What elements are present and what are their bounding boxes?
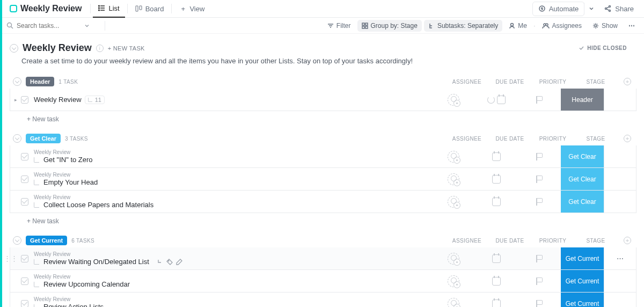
collapse-group-button[interactable] [13, 77, 21, 86]
stage-pill[interactable]: Get Current [26, 236, 67, 245]
task-row[interactable]: ○⋮⋮ ▸ Weekly Review Review Action Lists … [10, 293, 636, 307]
due-date-cell[interactable] [475, 270, 518, 292]
assignee-avatar[interactable] [448, 151, 459, 163]
stage-cell[interactable]: Get Clear [561, 168, 604, 190]
col-stage: STAGE [574, 79, 617, 85]
complete-checkbox[interactable] [21, 277, 28, 285]
complete-checkbox[interactable] [21, 153, 28, 160]
hide-closed-button[interactable]: HIDE CLOSED [579, 45, 636, 51]
tab-board-label: Board [145, 5, 164, 13]
task-row[interactable]: ○⋮⋮ ▸ Weekly Review 11 Header [10, 89, 636, 111]
priority-cell[interactable] [518, 293, 561, 307]
add-column-button[interactable]: + [624, 135, 631, 142]
edit-icon[interactable] [176, 259, 182, 265]
task-row[interactable]: ○⋮⋮ ▸ Weekly Review Collect Loose Papers… [10, 191, 636, 213]
task-name: Get "IN" to Zero [43, 156, 93, 164]
due-date-cell[interactable] [475, 89, 518, 111]
tab-list[interactable]: List [93, 0, 125, 18]
subtask-icon [34, 282, 39, 287]
priority-cell[interactable] [518, 247, 561, 269]
assignee-cell[interactable] [432, 247, 475, 269]
add-column-button[interactable]: + [624, 78, 631, 85]
due-date-cell[interactable] [475, 145, 518, 167]
complete-checkbox[interactable] [21, 176, 28, 183]
stage-cell[interactable]: Header [561, 89, 604, 111]
assignee-cell[interactable] [432, 145, 475, 167]
assignee-avatar[interactable] [448, 196, 459, 208]
task-row[interactable]: ○⋮⋮ ▸ Weekly Review Empty Your Head Get … [10, 168, 636, 191]
stage-cell[interactable]: Get Current [561, 247, 604, 269]
show-button[interactable]: Show [588, 20, 622, 32]
calendar-icon [492, 299, 501, 308]
stage-cell[interactable]: Get Clear [561, 191, 604, 213]
assignee-cell[interactable] [432, 293, 475, 307]
add-task-button[interactable]: + New task [10, 213, 636, 227]
priority-cell[interactable] [518, 89, 561, 111]
add-task-button[interactable]: + New task [10, 111, 636, 125]
automate-button[interactable]: Automate [532, 2, 585, 16]
stage-pill[interactable]: Get Clear [26, 134, 61, 143]
stage-pill[interactable]: Header [26, 77, 54, 86]
assignees-button[interactable]: Assignees [538, 20, 586, 32]
assignee-cell[interactable] [432, 168, 475, 190]
tab-add-view[interactable]: + View [174, 0, 210, 18]
row-more-button[interactable]: ⋯ [617, 254, 624, 262]
priority-cell[interactable] [518, 145, 561, 167]
more-button[interactable]: ⋯ [624, 20, 640, 32]
complete-checkbox[interactable] [21, 255, 28, 262]
tab-board[interactable]: Board [130, 0, 170, 18]
calendar-icon [497, 96, 506, 104]
tag-icon[interactable] [166, 259, 173, 265]
due-date-cell[interactable] [475, 293, 518, 307]
collapse-group-button[interactable] [13, 236, 21, 245]
automate-dropdown[interactable] [584, 3, 598, 14]
stage-cell[interactable]: Get Clear [561, 145, 604, 167]
due-date-cell[interactable] [475, 191, 518, 213]
stage-cell[interactable]: Get Current [561, 270, 604, 292]
complete-checkbox[interactable] [21, 198, 28, 206]
assignee-avatar[interactable] [448, 253, 459, 265]
share-button[interactable]: Share [598, 2, 640, 16]
subtask-count[interactable]: 11 [85, 96, 105, 104]
task-row[interactable]: ○⋮⋮ ▸ Weekly Review Review Upcoming Cale… [10, 270, 636, 293]
filter-button[interactable]: Filter [323, 20, 355, 32]
automate-label: Automate [549, 5, 579, 13]
complete-checkbox[interactable] [21, 300, 28, 308]
assignee-avatar[interactable] [448, 275, 459, 287]
assignee-cell[interactable] [432, 270, 475, 292]
group-by-button[interactable]: Group by: Stage [357, 20, 422, 32]
search-box[interactable] [6, 22, 100, 30]
new-task-button[interactable]: + NEW TASK [108, 45, 145, 52]
task-row[interactable]: ○⋮⋮ ▸ Weekly Review Get "IN" to Zero Get… [10, 145, 636, 168]
task-row[interactable]: ○⋮⋮ ▸ Weekly Review Review Waiting On/De… [10, 247, 636, 270]
search-input[interactable] [17, 22, 81, 30]
collapse-list-button[interactable] [10, 44, 18, 53]
toolbar: Filter Group by: Stage Subtasks: Separat… [2, 18, 644, 34]
me-button[interactable]: Me [504, 20, 531, 32]
stage-cell[interactable]: Get Current [561, 293, 604, 307]
collapse-group-button[interactable] [13, 134, 21, 143]
subtasks-button[interactable]: Subtasks: Separately [424, 20, 502, 32]
due-date-cell[interactable] [475, 168, 518, 190]
priority-cell[interactable] [518, 168, 561, 190]
assignee-cell[interactable] [432, 191, 475, 213]
chevron-down-icon[interactable] [84, 23, 90, 28]
add-column-button[interactable]: + [624, 237, 631, 244]
assignee-avatar[interactable] [448, 298, 459, 308]
assignee-cell[interactable] [432, 89, 475, 111]
svg-line-12 [607, 7, 609, 8]
priority-cell[interactable] [518, 270, 561, 292]
subtask-icon [34, 259, 39, 265]
assignee-avatar[interactable] [448, 173, 459, 185]
subtask-action-icon[interactable] [157, 259, 163, 265]
expand-icon[interactable]: ▸ [14, 97, 20, 103]
share-label: Share [615, 5, 634, 13]
info-icon[interactable]: i [96, 45, 104, 52]
assignee-avatar[interactable] [448, 94, 459, 106]
board-icon [135, 5, 143, 12]
svg-point-5 [99, 10, 100, 11]
priority-cell[interactable] [518, 191, 561, 213]
complete-checkbox[interactable] [21, 96, 28, 104]
svg-point-9 [605, 8, 607, 10]
due-date-cell[interactable] [475, 247, 518, 269]
